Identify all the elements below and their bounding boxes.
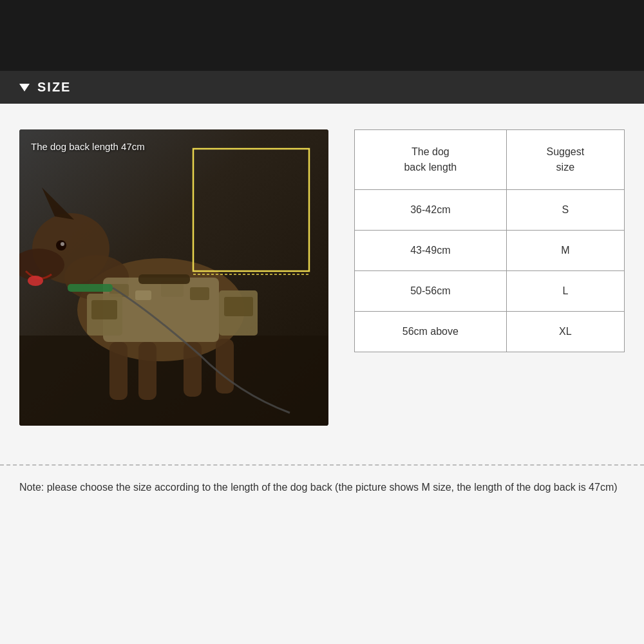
svg-rect-22 bbox=[91, 300, 117, 319]
size-header: SIZE bbox=[0, 71, 644, 104]
svg-rect-25 bbox=[68, 284, 113, 292]
triangle-icon bbox=[19, 84, 30, 91]
main-content: The dog back length 47cm The dogback len… bbox=[0, 104, 644, 445]
table-row: 36-42cm S bbox=[355, 190, 625, 231]
note-section: Note: please choose the size according t… bbox=[0, 478, 644, 496]
dog-image-container: The dog back length 47cm bbox=[19, 129, 328, 426]
size-table-container: The dogback length Suggestsize 36-42cm S… bbox=[354, 129, 625, 352]
svg-rect-23 bbox=[224, 297, 253, 316]
size-s: S bbox=[506, 190, 624, 231]
size-title: SIZE bbox=[37, 80, 71, 95]
range-s: 36-42cm bbox=[355, 190, 507, 231]
svg-rect-24 bbox=[138, 274, 190, 284]
col-back-length-header: The dogback length bbox=[355, 130, 507, 190]
size-l: L bbox=[506, 271, 624, 312]
svg-point-10 bbox=[28, 276, 43, 286]
divider bbox=[0, 464, 644, 466]
svg-point-9 bbox=[61, 242, 64, 246]
svg-rect-11 bbox=[109, 342, 128, 400]
range-m: 43-49cm bbox=[355, 231, 507, 271]
dog-image bbox=[19, 129, 328, 426]
table-row: 56cm above XL bbox=[355, 312, 625, 352]
size-xl: XL bbox=[506, 312, 624, 352]
svg-rect-13 bbox=[184, 342, 202, 397]
svg-rect-12 bbox=[138, 342, 156, 400]
table-row: 50-56cm L bbox=[355, 271, 625, 312]
svg-rect-17 bbox=[135, 290, 151, 300]
top-bar bbox=[0, 0, 644, 71]
range-l: 50-56cm bbox=[355, 271, 507, 312]
table-row: 43-49cm M bbox=[355, 231, 625, 271]
note-text: Note: please choose the size according t… bbox=[19, 478, 625, 496]
svg-rect-19 bbox=[190, 287, 209, 300]
image-measurement-label: The dog back length 47cm bbox=[31, 141, 145, 152]
size-table: The dogback length Suggestsize 36-42cm S… bbox=[354, 129, 625, 352]
size-m: M bbox=[506, 231, 624, 271]
svg-rect-14 bbox=[216, 339, 234, 393]
range-xl: 56cm above bbox=[355, 312, 507, 352]
col-suggest-size-header: Suggestsize bbox=[506, 130, 624, 190]
